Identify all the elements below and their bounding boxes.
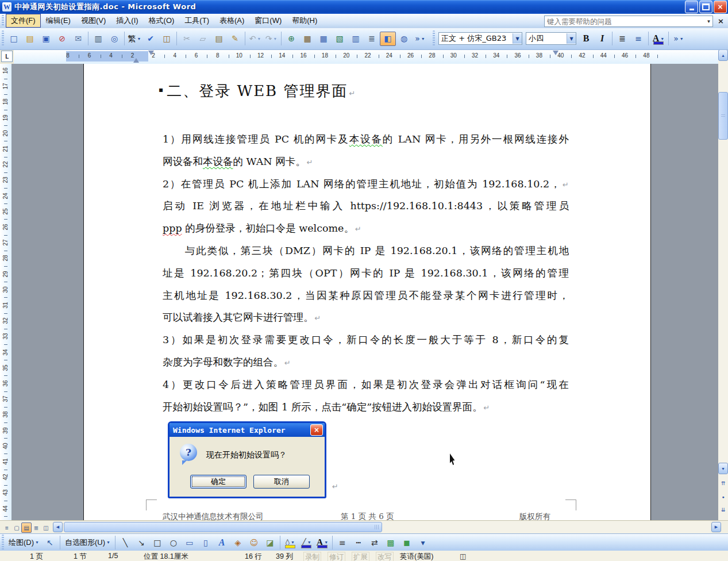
line-style-icon[interactable]: ≡ xyxy=(334,535,350,550)
toolbar-drag-handle[interactable] xyxy=(2,15,4,26)
undo-icon[interactable]: ↶▼ xyxy=(247,32,263,46)
tab-stop-selector[interactable]: L xyxy=(1,51,13,62)
outline-view-icon[interactable]: ≣ xyxy=(31,522,41,533)
reading-layout-view-icon[interactable]: ◫ xyxy=(41,522,51,533)
scroll-down-icon[interactable]: ▼ xyxy=(718,463,728,474)
horizontal-ruler[interactable]: 8642246810121416182022242628303234363840… xyxy=(14,49,718,64)
fill-color-icon[interactable]: ◊▼ xyxy=(282,535,298,550)
draw-menu-button[interactable]: 绘图(D)▼ xyxy=(6,536,42,549)
dash-style-icon[interactable]: ┅ xyxy=(350,535,367,550)
insert-excel-icon[interactable]: ▧ xyxy=(332,32,348,46)
select-browse-object-icon[interactable]: ● xyxy=(719,491,727,502)
open-icon[interactable]: ▤ xyxy=(22,32,38,46)
figure-ie-dialog[interactable]: Windows Internet Explorer × ? 现在开始初始设置吗？… xyxy=(168,421,326,498)
zoom-document-icon[interactable]: ◍ xyxy=(396,32,412,46)
font-size-combo[interactable]: 小四 ▼ xyxy=(526,32,576,45)
cut-icon[interactable]: ✂ xyxy=(179,32,195,46)
scroll-right-icon[interactable]: ▶ xyxy=(711,522,721,532)
menu-window[interactable]: 窗口(W) xyxy=(249,14,287,28)
redo-icon[interactable]: ↷▼ xyxy=(263,32,279,46)
vertical-scrollbar[interactable]: ▲ ▼ ⇈ ● ⇊ xyxy=(718,49,728,520)
line-color-icon[interactable]: ╱▼ xyxy=(298,535,314,550)
three-d-style-icon[interactable]: ◼ xyxy=(399,535,415,550)
insert-table-icon[interactable]: ▦ xyxy=(315,32,332,46)
toolbar-options-icon[interactable]: »▼ xyxy=(412,32,428,46)
menu-format[interactable]: 格式(O) xyxy=(144,14,180,28)
toolbar-options-icon[interactable]: »▼ xyxy=(671,32,687,46)
new-document-icon[interactable]: □ xyxy=(6,32,22,46)
status-toggle[interactable]: 扩展 xyxy=(352,552,369,561)
vertical-text-box-icon[interactable]: ▯ xyxy=(198,535,214,550)
scroll-left-icon[interactable]: ◀ xyxy=(53,522,63,532)
status-toggle[interactable]: 改写 xyxy=(376,552,394,561)
chevron-down-icon[interactable]: ▼ xyxy=(705,19,712,24)
rectangle-icon[interactable]: □ xyxy=(149,535,165,550)
paste-icon[interactable]: ▤ xyxy=(211,32,227,46)
print-layout-view-icon[interactable]: ▤ xyxy=(21,522,32,533)
next-page-icon[interactable]: ⇊ xyxy=(719,504,727,516)
oval-icon[interactable]: ○ xyxy=(165,535,182,550)
menu-insert[interactable]: 插入(I) xyxy=(111,14,143,28)
wordart-icon[interactable]: A xyxy=(214,535,230,550)
close-button[interactable]: × xyxy=(714,1,727,13)
menu-file[interactable]: 文件(F) xyxy=(6,14,41,28)
horizontal-scrollbar-thumb[interactable] xyxy=(64,522,382,532)
formatting-toolbar-handle[interactable] xyxy=(433,30,435,47)
style-combo[interactable]: 正文 + 仿宋_GB23 ▼ xyxy=(438,32,522,45)
menu-edit[interactable]: 编辑(E) xyxy=(41,14,76,28)
clip-art-icon[interactable]: ☺ xyxy=(246,535,262,550)
menu-help[interactable]: 帮助(H) xyxy=(287,14,322,28)
autoshapes-menu-button[interactable]: 自选图形(U)▼ xyxy=(62,536,113,549)
select-objects-icon[interactable]: ↖ xyxy=(42,535,58,550)
chinese-translate-icon[interactable]: 繁▼ xyxy=(126,32,142,46)
research-icon[interactable]: ◫ xyxy=(159,32,175,46)
toolbar-options-icon[interactable]: ▾ xyxy=(415,535,431,550)
help-search-box[interactable]: ▼ xyxy=(544,16,713,27)
diagram-icon[interactable]: ◈ xyxy=(230,535,246,550)
web-layout-view-icon[interactable]: ▢ xyxy=(11,522,22,533)
menu-view[interactable]: 视图(V) xyxy=(76,14,111,28)
previous-page-icon[interactable]: ⇈ xyxy=(719,478,727,489)
print-icon[interactable]: ▥ xyxy=(90,32,106,46)
menu-tools[interactable]: 工具(T) xyxy=(179,14,214,28)
columns-icon[interactable]: ▥ xyxy=(348,32,364,46)
tables-and-borders-icon[interactable]: ▦ xyxy=(299,32,315,46)
print-preview-icon[interactable]: ◎ xyxy=(106,32,122,46)
save-icon[interactable]: ▣ xyxy=(38,32,54,46)
format-painter-icon[interactable]: ✎ xyxy=(227,32,243,46)
minimize-button[interactable] xyxy=(685,1,698,13)
vertical-ruler[interactable]: 1617181920212223242526272829303132333435… xyxy=(0,64,11,520)
permission-icon[interactable]: ⊘ xyxy=(54,32,70,46)
arrow-icon[interactable]: ↘ xyxy=(133,535,149,550)
status-toggle[interactable]: 录制 xyxy=(303,552,321,561)
status-toggle[interactable]: 修订 xyxy=(328,552,345,561)
insert-hyperlink-icon[interactable]: ⊕ xyxy=(283,32,299,46)
copy-icon[interactable]: ▱ xyxy=(195,32,211,46)
help-input[interactable] xyxy=(545,17,705,26)
line-icon[interactable]: ╲ xyxy=(117,535,133,550)
spelling-icon[interactable]: ✔ xyxy=(142,32,159,46)
scroll-up-icon[interactable]: ▲ xyxy=(718,49,728,61)
document-page[interactable]: ▪二、登录 WEB 管理界面↵ 1）用网线连接管理员 PC 机的网卡及本设备的 … xyxy=(83,64,651,520)
font-color-icon[interactable]: A▼ xyxy=(650,32,667,46)
chart-icon[interactable]: ≣ xyxy=(364,32,380,46)
drawing-toolbar-handle[interactable] xyxy=(2,535,4,551)
distributed-align-icon[interactable]: ≣ xyxy=(614,32,630,46)
shadow-style-icon[interactable]: ▩ xyxy=(383,535,399,550)
font-color-icon[interactable]: A▼ xyxy=(314,535,330,550)
chevron-down-icon[interactable]: ▼ xyxy=(513,33,522,44)
bold-icon[interactable]: B xyxy=(578,32,594,46)
standard-toolbar-handle[interactable] xyxy=(2,30,4,47)
document-map-icon[interactable]: ◧ xyxy=(380,32,396,46)
email-icon[interactable]: ✉ xyxy=(70,32,86,46)
arrow-style-icon[interactable]: ⇄ xyxy=(367,535,383,550)
insert-picture-icon[interactable]: ◪ xyxy=(262,535,278,550)
vertical-scrollbar-thumb[interactable] xyxy=(718,92,728,140)
text-box-icon[interactable]: ▭ xyxy=(182,535,198,550)
numbering-icon[interactable]: ≡ xyxy=(630,32,646,46)
close-document-icon[interactable]: × xyxy=(718,17,724,25)
restore-button[interactable] xyxy=(699,1,712,13)
chevron-down-icon[interactable]: ▼ xyxy=(567,33,576,44)
italic-icon[interactable]: I xyxy=(594,32,610,46)
menu-table[interactable]: 表格(A) xyxy=(214,14,249,28)
